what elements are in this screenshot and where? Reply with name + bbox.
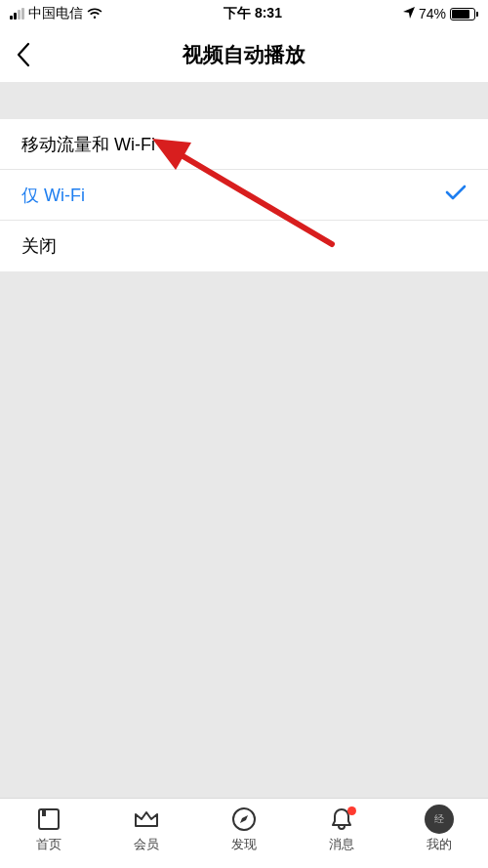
tab-bar: 首页 会员 发现 消息 经 我的 [0, 798, 488, 868]
tab-label: 首页 [36, 836, 61, 853]
tab-member[interactable]: 会员 [98, 805, 195, 853]
status-right: 74% [403, 6, 478, 21]
status-left: 中国电信 [10, 5, 102, 22]
option-off[interactable]: 关闭 [0, 221, 488, 271]
option-label: 关闭 [21, 234, 57, 258]
notification-badge [347, 806, 356, 815]
bell-icon [327, 805, 356, 834]
option-label: 移动流量和 Wi-Fi [21, 133, 155, 156]
status-time: 下午 8:31 [224, 5, 282, 22]
tab-label: 发现 [231, 836, 257, 853]
page-title: 视频自动播放 [0, 41, 488, 68]
signal-icon [10, 8, 24, 20]
battery-pct: 74% [419, 6, 446, 21]
tab-label: 消息 [329, 836, 354, 853]
tab-discover[interactable]: 发现 [195, 805, 293, 853]
avatar-icon: 经 [425, 805, 454, 834]
option-label: 仅 Wi-Fi [21, 184, 85, 207]
wifi-icon [87, 8, 102, 20]
crown-icon [132, 805, 161, 834]
tab-label: 会员 [134, 836, 159, 853]
checkmark-icon [445, 184, 467, 206]
options-list: 移动流量和 Wi-Fi 仅 Wi-Fi 关闭 [0, 119, 488, 271]
tab-label: 我的 [427, 836, 452, 853]
chevron-left-icon [16, 42, 31, 67]
option-mobile-and-wifi[interactable]: 移动流量和 Wi-Fi [0, 119, 488, 170]
tab-home[interactable]: 首页 [0, 805, 98, 853]
compass-icon [229, 805, 259, 834]
home-icon [34, 805, 63, 834]
back-button[interactable] [0, 27, 47, 82]
svg-rect-3 [42, 809, 46, 816]
status-bar: 中国电信 下午 8:31 74% [0, 0, 488, 27]
battery-icon [450, 8, 478, 21]
nav-header: 视频自动播放 [0, 27, 488, 82]
option-wifi-only[interactable]: 仅 Wi-Fi [0, 170, 488, 221]
tab-messages[interactable]: 消息 [293, 805, 390, 853]
location-icon [403, 6, 415, 21]
carrier-label: 中国电信 [28, 5, 83, 22]
tab-profile[interactable]: 经 我的 [390, 805, 488, 853]
